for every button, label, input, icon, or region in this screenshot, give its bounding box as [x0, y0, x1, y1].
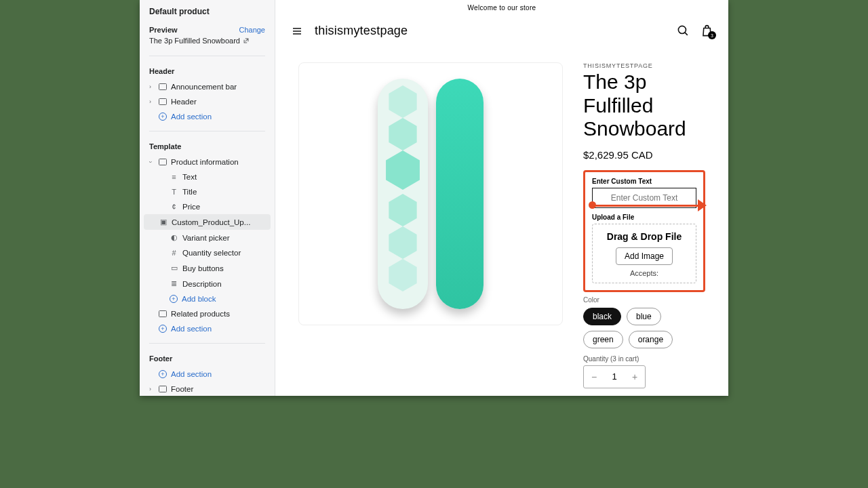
snowboard-back	[436, 79, 484, 309]
description-icon: ≣	[170, 279, 178, 288]
external-link-icon	[243, 37, 250, 44]
product-info: THISISMYTESTPAGE The 3p Fulfilled Snowbo…	[583, 62, 705, 396]
block-price[interactable]: ¢Price	[140, 199, 275, 214]
add-section-template[interactable]: +Add section	[140, 321, 275, 336]
group-header: Header	[140, 63, 275, 79]
plus-circle-icon: +	[159, 325, 167, 333]
group-template: Template	[140, 138, 275, 155]
sidebar-item-related-products[interactable]: Related products	[140, 306, 275, 321]
plus-circle-icon: +	[159, 113, 167, 121]
section-icon	[159, 83, 167, 90]
store-name[interactable]: thisismytestpage	[315, 24, 408, 38]
add-section-header[interactable]: +Add section	[140, 109, 275, 124]
block-text[interactable]: ≡Text	[140, 169, 275, 184]
chevron-right-icon: ›	[149, 98, 151, 105]
preview-product-link[interactable]: The 3p Fulfilled Snowboard	[149, 37, 265, 45]
chevron-right-icon: ›	[149, 83, 151, 90]
add-section-footer[interactable]: +Add section	[140, 367, 275, 382]
add-image-button[interactable]: Add Image	[616, 247, 673, 265]
svg-point-0	[678, 26, 686, 33]
app-frame: Default product Preview Change The 3p Fu…	[140, 0, 728, 396]
divider	[149, 131, 265, 131]
hamburger-icon[interactable]	[290, 26, 304, 37]
plus-circle-icon: +	[170, 295, 178, 303]
swatch-black[interactable]: black	[583, 308, 621, 325]
custom-block-highlight: Enter Custom Text Upload a File Drag & D…	[583, 170, 705, 292]
section-icon	[159, 98, 167, 105]
chevron-down-icon: ›	[147, 161, 154, 163]
product-title: The 3p Fulfilled Snowboard	[583, 70, 705, 141]
block-variant-picker[interactable]: ◐Variant picker	[140, 230, 275, 245]
group-footer: Footer	[140, 350, 275, 367]
divider	[149, 56, 265, 56]
custom-text-input[interactable]	[592, 188, 696, 208]
section-icon	[159, 386, 167, 392]
accepts-text: Accepts:	[598, 269, 690, 277]
quantity-increase[interactable]: +	[625, 366, 645, 388]
cart-badge: 3	[708, 31, 716, 39]
preview-label: Preview	[149, 26, 178, 34]
section-icon	[159, 310, 167, 317]
color-swatches: black blue green orange	[583, 308, 705, 348]
sidebar-item-announcement-bar[interactable]: ›Announcement bar	[140, 79, 275, 94]
announcement-bar: Welcome to our store	[275, 0, 728, 16]
add-block[interactable]: +Add block	[140, 291, 275, 306]
product-image	[378, 79, 484, 309]
swatch-orange[interactable]: orange	[629, 331, 673, 348]
file-dropzone[interactable]: Drag & Drop File Add Image Accepts:	[592, 224, 696, 283]
product-vendor: THISISMYTESTPAGE	[583, 62, 705, 69]
change-link[interactable]: Change	[239, 26, 265, 34]
swatch-green[interactable]: green	[583, 331, 623, 348]
plus-circle-icon: +	[159, 370, 167, 378]
quantity-value: 1	[604, 366, 625, 388]
variant-icon: ◐	[170, 233, 178, 242]
quantity-stepper: − 1 +	[583, 365, 646, 388]
product-price: $2,629.95 CAD	[583, 149, 705, 161]
sidebar-item-footer[interactable]: ›Footer	[140, 382, 275, 396]
product-media[interactable]	[298, 62, 563, 325]
swatch-blue[interactable]: blue	[627, 308, 661, 325]
preview-product-name: The 3p Fulfilled Snowboard	[149, 37, 240, 45]
editor-sidebar: Default product Preview Change The 3p Fu…	[140, 0, 275, 396]
upload-file-label: Upload a File	[592, 214, 696, 221]
block-title[interactable]: TTitle	[140, 184, 275, 199]
chevron-right-icon: ›	[149, 386, 151, 392]
section-icon	[159, 159, 167, 165]
block-custom-product-upload[interactable]: ▣Custom_Product_Up...	[144, 214, 271, 230]
price-icon: ¢	[170, 203, 178, 211]
app-block-icon: ▣	[159, 218, 167, 226]
buy-icon: ▭	[170, 264, 178, 272]
store-header: thisismytestpage 3	[275, 16, 728, 46]
divider	[149, 343, 265, 344]
drag-drop-title: Drag & Drop File	[598, 231, 690, 242]
title-icon: T	[170, 188, 178, 196]
sidebar-item-product-information[interactable]: ›Product information	[140, 155, 275, 169]
custom-text-label: Enter Custom Text	[592, 178, 696, 185]
default-product-title: Default product	[149, 7, 265, 16]
sidebar-item-header[interactable]: ›Header	[140, 94, 275, 109]
search-icon[interactable]	[677, 24, 690, 37]
block-quantity-selector[interactable]: #Quantity selector	[140, 245, 275, 260]
snowboard-front	[378, 79, 428, 309]
cart-icon[interactable]: 3	[701, 24, 713, 38]
block-buy-buttons[interactable]: ▭Buy buttons	[140, 260, 275, 276]
text-icon: ≡	[170, 173, 178, 181]
quantity-icon: #	[170, 249, 178, 257]
block-description[interactable]: ≣Description	[140, 276, 275, 291]
color-label: Color	[583, 296, 705, 304]
quantity-label: Quantity (3 in cart)	[583, 355, 705, 363]
storefront-preview: Welcome to our store thisismytestpage 3	[275, 0, 728, 396]
quantity-decrease[interactable]: −	[584, 366, 604, 388]
